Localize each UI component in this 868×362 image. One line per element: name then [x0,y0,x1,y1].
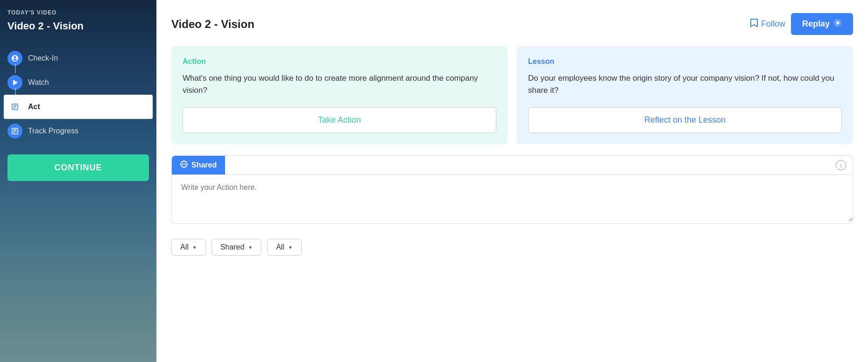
sidebar-item-trackprogress[interactable]: Track Progress [7,119,149,143]
modal-header: Video 2 - Vision Follow Replay [171,13,853,35]
sidebar-title: Video 2 - Vision [7,20,149,33]
filter-all-2-button[interactable]: All ▼ [267,239,302,256]
checkin-icon [7,51,22,66]
filter-all-1-arrow: ▼ [192,245,197,250]
filters-row: All ▼ Shared ▼ All ▼ [171,235,853,259]
filter-all-2-arrow: ▼ [288,245,293,250]
replay-label: Replay [802,19,830,29]
filter-shared-label: Shared [220,243,245,251]
svg-marker-0 [13,80,18,85]
act-label: Act [28,103,40,111]
filter-all-1-button[interactable]: All ▼ [171,239,206,256]
sidebar: TODAY'S VIDEO Video 2 - Vision Check-In [0,0,156,362]
filter-shared-button[interactable]: Shared ▼ [212,239,262,256]
sidebar-item-act[interactable]: Act [4,95,153,119]
lesson-card-text: Do your employees know the origin story … [528,72,842,96]
take-action-button[interactable]: Take Action [183,107,496,133]
sidebar-steps: Check-In Watch [7,46,149,143]
action-card-tag: Action [183,57,496,66]
main-content: Video 2 - Vision Follow Replay [156,0,868,362]
page-title: Video 2 - Vision [171,18,254,31]
follow-label: Follow [761,19,785,29]
sidebar-label: TODAY'S VIDEO [7,9,149,16]
globe-icon [180,160,188,170]
info-icon[interactable]: i [836,160,846,170]
act-icon [7,99,22,114]
sidebar-item-checkin[interactable]: Check-In [7,46,149,70]
continue-button[interactable]: CONTINUE [7,154,149,181]
filter-shared-arrow: ▼ [248,245,253,250]
watch-label: Watch [28,78,49,87]
checkin-label: Check-In [28,54,58,63]
play-icon [833,19,842,29]
action-card: Action What's one thing you would like t… [171,46,508,144]
shared-section: Shared i [171,155,853,224]
shared-tab-label: Shared [191,161,217,169]
trackprogress-label: Track Progress [28,127,78,135]
cards-row: Action What's one thing you would like t… [171,46,853,144]
filter-all-2-label: All [276,243,284,251]
tab-spacer: i [225,156,853,174]
bookmark-icon [750,18,758,30]
header-actions: Follow Replay [750,13,853,35]
lesson-card: Lesson Do your employees know the origin… [517,46,853,144]
filter-all-1-label: All [180,243,189,251]
lesson-card-tag: Lesson [528,57,842,66]
follow-button[interactable]: Follow [750,18,785,30]
modal-panel: Video 2 - Vision Follow Replay [156,0,868,362]
action-card-text: What's one thing you would like to do to… [183,72,496,96]
shared-tabs: Shared i [172,156,853,175]
replay-button[interactable]: Replay [791,13,853,35]
sidebar-item-watch[interactable]: Watch [7,70,149,95]
action-textarea[interactable] [172,175,853,222]
shared-tab[interactable]: Shared [172,156,225,174]
watch-icon [7,75,22,90]
trackprogress-icon [7,124,22,139]
reflect-lesson-button[interactable]: Reflect on the Lesson [528,107,842,133]
